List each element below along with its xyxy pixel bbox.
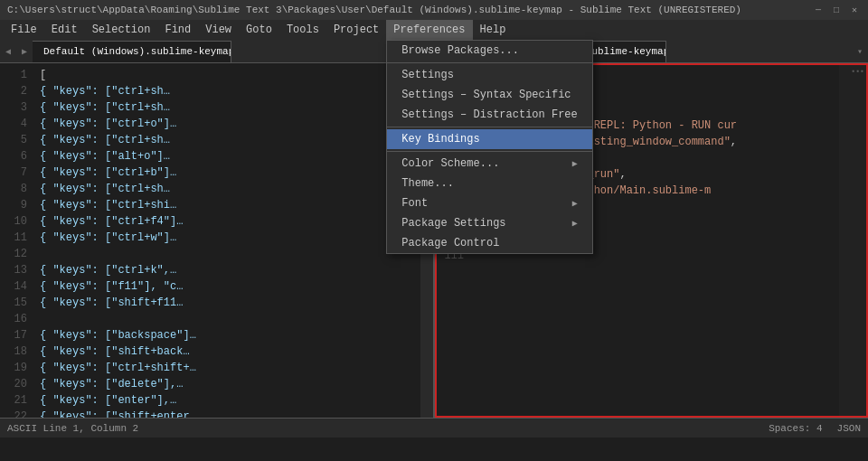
line-number: 18: [0, 343, 27, 360]
code-line: [: [40, 67, 413, 83]
left-editor-pane: ◀ ▶ Default (Windows).sublime-keymap — D…: [0, 40, 435, 418]
menu-view[interactable]: View: [198, 20, 239, 40]
left-tab-next[interactable]: ▶: [16, 40, 33, 63]
title-bar: C:\Users\struct\AppData\Roaming\Sublime …: [0, 0, 868, 20]
dropdown-sep1: [387, 62, 591, 63]
code-line: { "keys": ["ctrl+sh…: [40, 99, 413, 116]
code-line: { "keys": ["ctrl+f4"]…: [40, 213, 413, 230]
line-number: 16: [0, 311, 27, 327]
code-line: { "keys": ["enter"],…: [40, 392, 413, 409]
line-number: 11: [0, 230, 27, 246]
line-number: 8: [0, 181, 27, 197]
dropdown-settings-syntax[interactable]: Settings – Syntax Specific: [387, 85, 591, 105]
color-scheme-arrow: ▶: [572, 158, 578, 169]
left-code-area: 1234567891011121314151617181920212223242…: [0, 63, 433, 418]
left-tab-label: Default (Windows).sublime-keymap — Defau…: [43, 46, 231, 57]
code-line: { "keys": ["ctrl+k",…: [40, 262, 413, 278]
line-number: 13: [0, 262, 27, 278]
code-line: { "keys": ["ctrl+o"]…: [40, 116, 413, 132]
dropdown-key-bindings[interactable]: Key Bindings: [387, 129, 591, 149]
code-line: [40, 311, 413, 327]
line-number: 10: [0, 213, 27, 230]
line-number: 4: [0, 116, 27, 132]
line-number: 7: [0, 165, 27, 181]
menu-find[interactable]: Find: [157, 20, 198, 40]
line-number: 2: [0, 83, 27, 99]
code-line: { "keys": ["shift+enter…: [40, 409, 413, 418]
code-line: { "keys": ["shift+back…: [40, 343, 413, 360]
line-number: 19: [0, 360, 27, 376]
dropdown-sep3: [387, 151, 591, 152]
dropdown-settings-distraction[interactable]: Settings – Distraction Free: [387, 105, 591, 125]
menu-edit[interactable]: Edit: [44, 20, 85, 40]
left-code-content[interactable]: [ { "keys": ["ctrl+sh… { "keys": ["ctrl+…: [33, 63, 420, 418]
menu-selection[interactable]: Selection: [85, 20, 158, 40]
dropdown-theme[interactable]: Theme...: [387, 174, 591, 193]
close-button[interactable]: ✕: [848, 4, 861, 16]
dropdown-browse-packages[interactable]: Browse Packages...: [387, 41, 591, 61]
line-number: 12: [0, 246, 27, 262]
dropdown-sep2: [387, 127, 591, 127]
right-tab-dropdown[interactable]: ▾: [852, 40, 868, 63]
line-number: 22: [0, 409, 27, 418]
status-spaces[interactable]: Spaces: 4: [769, 423, 822, 434]
left-tab-bar: ◀ ▶ Default (Windows).sublime-keymap — D…: [0, 40, 433, 63]
line-number: 17: [0, 327, 27, 343]
line-number: 1: [0, 67, 27, 83]
window-controls: ─ □ ✕: [812, 4, 861, 16]
status-left: ASCII Line 1, Column 2: [7, 423, 138, 434]
code-line: { "keys": ["ctrl+sh…: [40, 181, 413, 197]
line-number: 20: [0, 376, 27, 392]
code-line: { "keys": ["shift+f11…: [40, 295, 413, 311]
left-line-numbers: 1234567891011121314151617181920212223242…: [0, 63, 33, 418]
left-tab-prev[interactable]: ◀: [0, 40, 16, 63]
dropdown-package-control[interactable]: Package Control: [387, 233, 591, 253]
right-scrollbar-area: [830, 65, 839, 416]
right-minimap: ▪▪▪: [839, 65, 866, 416]
line-number: 15: [0, 295, 27, 311]
menu-tools[interactable]: Tools: [279, 20, 326, 40]
maximize-button[interactable]: □: [830, 4, 843, 16]
dropdown-color-scheme[interactable]: Color Scheme... ▶: [387, 154, 591, 174]
dropdown-settings[interactable]: Settings: [387, 65, 591, 85]
code-line: { "keys": ["delete"],…: [40, 376, 413, 392]
title-bar-text: C:\Users\struct\AppData\Roaming\Sublime …: [7, 5, 741, 15]
minimap-label: ▪▪▪: [852, 67, 864, 75]
dropdown-package-settings[interactable]: Package Settings ▶: [387, 213, 591, 233]
menu-preferences[interactable]: Preferences Browse Packages... Settings …: [386, 20, 472, 40]
preferences-dropdown: Browse Packages... Settings Settings – S…: [386, 40, 592, 254]
line-number: 21: [0, 392, 27, 409]
menu-help[interactable]: Help: [473, 20, 514, 40]
menu-project[interactable]: Project: [326, 20, 386, 40]
menu-bar: File Edit Selection Find View Goto Tools…: [0, 20, 868, 40]
line-number: 3: [0, 99, 27, 116]
line-number: 6: [0, 148, 27, 165]
code-line: [40, 246, 413, 262]
left-tab-active[interactable]: Default (Windows).sublime-keymap — Defau…: [33, 41, 231, 62]
package-settings-arrow: ▶: [572, 218, 578, 229]
code-line: { "keys": ["ctrl+shift+…: [40, 360, 413, 376]
code-line: { "keys": ["f11"], "c…: [40, 278, 413, 295]
status-syntax[interactable]: JSON: [837, 423, 861, 434]
code-line: { "keys": ["ctrl+shi…: [40, 197, 413, 213]
dropdown-font[interactable]: Font ▶: [387, 193, 591, 213]
code-line: { "keys": ["backspace"]…: [40, 327, 413, 343]
code-line: { "keys": ["ctrl+sh…: [40, 83, 413, 99]
font-arrow: ▶: [572, 198, 578, 209]
code-line: { "keys": ["ctrl+b"]…: [40, 165, 413, 181]
code-line: { "keys": ["ctrl+w"]…: [40, 230, 413, 246]
line-number: 5: [0, 132, 27, 148]
line-number: 14: [0, 278, 27, 295]
line-number: 9: [0, 197, 27, 213]
menu-file[interactable]: File: [4, 20, 44, 40]
menu-goto[interactable]: Goto: [239, 20, 279, 40]
status-right: Spaces: 4 JSON: [769, 423, 861, 434]
minimize-button[interactable]: ─: [812, 4, 825, 16]
status-bar: ASCII Line 1, Column 2 Spaces: 4 JSON: [0, 418, 868, 437]
code-line: { "keys": ["alt+o"]…: [40, 148, 413, 165]
code-line: { "keys": ["ctrl+sh…: [40, 132, 413, 148]
